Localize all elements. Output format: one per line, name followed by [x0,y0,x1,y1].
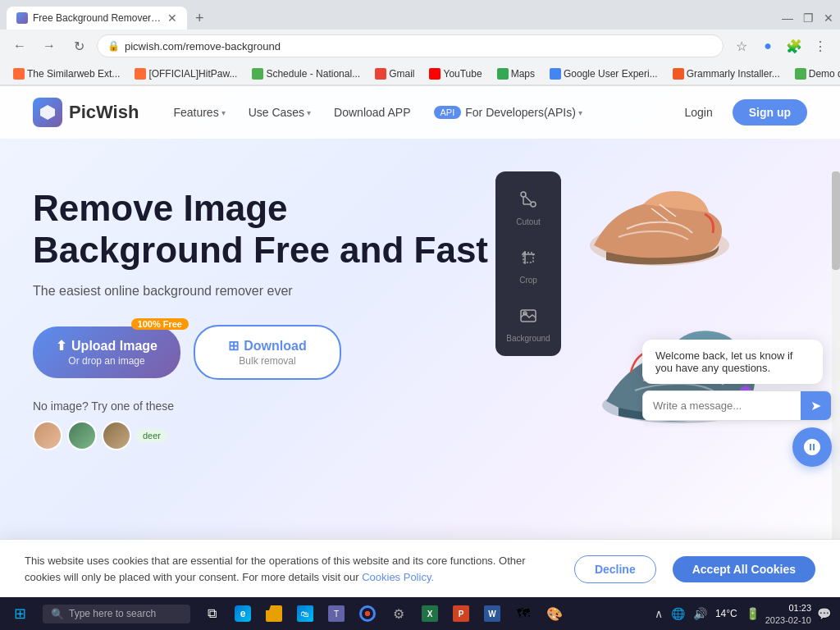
teams-icon: T [328,605,345,622]
word-icon: W [484,605,500,622]
cookie-text: This website uses cookies that are essen… [25,553,558,585]
bookmark-youtube[interactable]: YouTube [424,66,486,81]
tab-favicon [16,12,28,24]
shoe-image-1 [578,163,742,303]
nav-actions: Login Sign up [674,99,807,126]
taskbar-right: ∧ 🌐 🔊 14°C 🔋 01:23 2023-02-10 💬 [652,602,840,624]
tool-crop-label: Crop [519,276,537,285]
tool-cutout[interactable]: Cutout [514,185,543,226]
browser-profile-button[interactable]: ● [756,34,779,57]
taskbar-search-input[interactable] [69,608,176,619]
bookmark-hitpaw[interactable]: [OFFICIAL]HitPaw... [130,66,242,81]
back-button[interactable]: ← [8,34,31,57]
scrollbar[interactable] [832,171,840,598]
chat-input[interactable] [643,391,801,420]
tool-background[interactable]: Background [506,301,550,343]
bookmark-grammarly[interactable]: Grammarly Installer... [668,66,785,81]
sample-image-2[interactable] [67,421,97,450]
chat-send-button[interactable]: ➤ [801,391,831,420]
extensions-button[interactable]: 🧩 [783,34,806,57]
download-button[interactable]: ⊞ Download Bulk removal [194,325,341,380]
logo-text: PicWish [69,102,139,123]
bookmark-gmail[interactable]: Gmail [370,66,419,81]
signup-button[interactable]: Sign up [733,99,807,126]
bookmark-similarweb[interactable]: The Similarweb Ext... [8,66,125,81]
bookmark-google-ux[interactable]: Google User Experi... [545,66,663,81]
nav-use-cases[interactable]: Use Cases ▾ [239,101,321,124]
cookie-banner: This website uses cookies that are essen… [0,539,840,598]
paint-icon: 🎨 [546,606,563,622]
taskbar-excel[interactable]: X [415,597,445,630]
task-view-icon: ⧉ [208,606,217,621]
taskbar: ⊞ 🔍 ⧉ e 🛍 T ⚙ X P W [0,597,840,630]
upload-button-wrapper: 100% Free ⬆ Upload Image Or drop an imag… [33,326,180,378]
taskbar-search-icon: 🔍 [51,608,64,620]
bookmark-star-button[interactable]: ☆ [730,34,753,57]
svg-point-2 [531,202,536,207]
nav-api[interactable]: API For Developers(APIs) ▾ [424,101,592,124]
cookie-accept-button[interactable]: Accept All Cookies [673,556,815,582]
crop-icon [514,243,543,272]
taskbar-paint[interactable]: 🎨 [540,597,569,630]
chrome-icon [359,605,376,622]
cutout-icon [514,185,543,214]
new-tab-button[interactable]: + [190,8,209,29]
sample-image-1[interactable] [33,421,62,450]
taskbar-ppt[interactable]: P [446,597,476,630]
taskbar-edge[interactable]: e [228,597,258,630]
bookmark-schedule[interactable]: Schedule - National... [247,66,365,81]
cookie-policy-link[interactable]: Cookies Policy. [362,571,434,583]
excel-icon: X [422,605,438,622]
chat-widget: Welcome back, let us know if you have an… [642,340,832,467]
taskbar-folder[interactable] [259,597,289,630]
browser-menu-button[interactable]: ⋮ [809,34,832,57]
download-subtitle: Bulk removal [239,355,295,367]
taskbar-maps[interactable]: 🗺 [509,597,538,630]
forward-button[interactable]: → [38,34,61,57]
start-button[interactable]: ⊞ [0,597,39,630]
restore-button[interactable]: ❐ [803,11,814,25]
tool-crop[interactable]: Crop [514,243,543,285]
address-bar[interactable]: 🔒 picwish.com/remove-background [97,34,724,57]
taskbar-store[interactable]: 🛍 [290,597,320,630]
taskbar-teams[interactable]: T [322,597,351,630]
taskbar-speaker-icon[interactable]: 🔊 [691,607,710,620]
taskbar-chevron-icon[interactable]: ∧ [652,607,665,620]
nav-features[interactable]: Features ▾ [163,101,235,124]
hero-section: Remove Image Background Free and Fast Th… [0,139,840,516]
taskbar-chrome[interactable] [353,597,382,630]
bookmark-demo-doc[interactable]: Demo document -... [790,66,840,81]
logo-icon [33,98,62,127]
taskbar-clock[interactable]: 01:23 2023-02-10 [765,602,811,624]
notifications-icon[interactable]: 💬 [815,607,833,620]
chevron-down-icon: ▾ [307,108,311,117]
tab-title: Free Background Remover: Rem... [33,12,162,24]
taskbar-battery-icon: 🔋 [743,607,762,620]
minimize-button[interactable]: — [782,11,793,25]
nav-download-app[interactable]: Download APP [324,101,420,124]
sample-link[interactable]: deer [136,429,167,442]
upload-image-button[interactable]: ⬆ Upload Image Or drop an image [33,326,180,378]
bookmark-maps[interactable]: Maps [492,66,540,81]
edge-icon: e [235,605,251,622]
windows-icon: ⊞ [14,605,26,623]
taskbar-task-view[interactable]: ⧉ [197,597,226,630]
taskbar-settings[interactable]: ⚙ [384,597,413,630]
tab-close-button[interactable]: ✕ [167,11,177,25]
taskbar-search[interactable]: 🔍 [43,605,190,623]
svg-point-1 [521,192,526,197]
chat-fab-button[interactable] [792,427,832,467]
site-logo[interactable]: PicWish [33,98,139,127]
reload-button[interactable]: ↻ [67,34,90,57]
taskbar-network-icon[interactable]: 🌐 [669,607,687,620]
scrollbar-thumb[interactable] [832,171,840,270]
login-button[interactable]: Login [674,101,722,124]
svg-line-3 [526,197,532,203]
active-tab[interactable]: Free Background Remover: Rem... ✕ [7,7,187,30]
taskbar-word[interactable]: W [477,597,507,630]
browser-controls: ← → ↻ 🔒 picwish.com/remove-background ☆ … [0,30,840,62]
close-button[interactable]: ✕ [824,11,833,25]
sample-image-3[interactable] [102,421,131,450]
cookie-decline-button[interactable]: Decline [574,555,656,583]
api-badge: API [434,106,462,119]
